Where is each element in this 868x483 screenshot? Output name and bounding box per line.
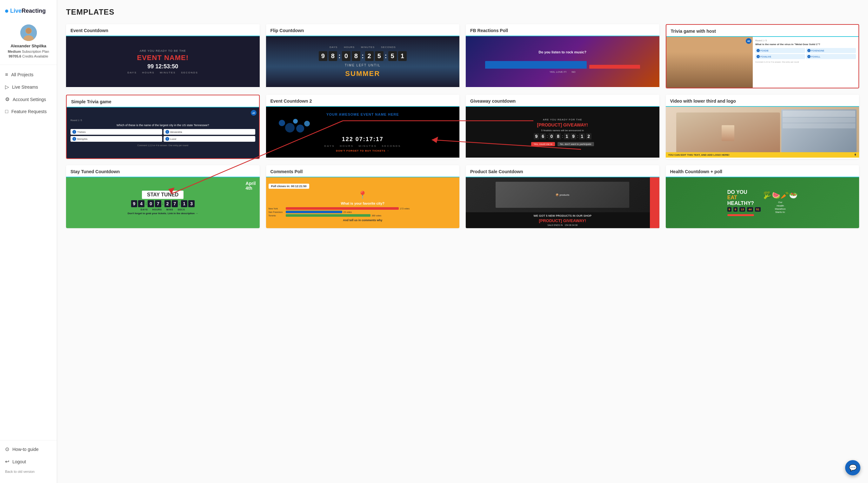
card-preview: Poll closes in: 00:12:21:50 📍 What is yo… — [266, 177, 460, 228]
template-card-simple-trivia-game[interactable]: Simple Trivia game Round 1 / 5 40 ▶L Whi… — [66, 95, 260, 159]
card-title: Trivia game with host — [666, 25, 859, 37]
logo-dot — [5, 9, 8, 13]
sidebar-item-live-streams[interactable]: ▷ Live Streams — [0, 81, 57, 93]
logo[interactable]: LiveReacting — [0, 5, 57, 21]
comment-icon: □ — [5, 109, 8, 114]
card-title: Event Countdown 2 — [266, 95, 460, 107]
card-title: Video with lower third and logo — [666, 95, 860, 107]
card-title: Health Countdown + poll — [666, 165, 860, 177]
card-preview: YOU CAN EDIT THIS TEXT, AND ADD LOGO HER… — [666, 107, 860, 158]
card-title: FB Reactions Poll — [466, 24, 659, 36]
card-title: Event Countdown — [66, 24, 260, 36]
question-icon: ⊙ — [5, 446, 9, 452]
card-preview: April4th STAY TUNED 94 : 07 : 27 : 13 DA… — [66, 177, 260, 228]
avatar — [20, 25, 37, 41]
template-card-event-countdown-2[interactable]: Event Countdown 2 YOUR AWESOME EVENT NAM… — [266, 95, 460, 159]
card-preview: YOUR AWESOME EVENT NAME HERE 122 07:17:1… — [266, 107, 460, 158]
card-title: Simple Trivia game — [67, 95, 259, 107]
logo-text: LiveReacting — [10, 8, 46, 14]
card-preview: 40 Round 1 / 5 What is the name of the v… — [666, 37, 859, 88]
card-preview: DAYSHOURSMINUTESSECONDS 98 : 08 : 25 : 5… — [266, 36, 460, 87]
card-title: Giveaway countdown — [466, 95, 659, 107]
sidebar-item-logout[interactable]: ↩ Logout — [0, 455, 57, 468]
template-card-giveaway-countdown[interactable]: Giveaway countdown ARE YOU READY FOR THE… — [466, 95, 659, 159]
chat-button[interactable]: 💬 — [845, 460, 860, 475]
card-preview: Do you listen to rock music? YES, LOVE I… — [466, 36, 659, 87]
template-card-fb-reactions-poll[interactable]: FB Reactions Poll Do you listen to rock … — [466, 24, 659, 88]
credits: 99705.6 Credits Available — [8, 54, 48, 58]
template-card-comments-poll[interactable]: Comments Poll Poll closes in: 00:12:21:5… — [266, 165, 460, 228]
main-content: TEMPLATES Event Countdown ARE YOU READY … — [57, 0, 868, 483]
card-preview: 📦 products WE GOT 5 NEW PRODUCTS IN OUR … — [466, 177, 659, 228]
card-title: Stay Tuned Countdown — [66, 165, 260, 177]
template-card-event-countdown[interactable]: Event Countdown ARE YOU READY TO BE THE … — [66, 24, 260, 88]
templates-grid: Event Countdown ARE YOU READY TO BE THE … — [66, 24, 859, 228]
svg-point-3 — [26, 28, 31, 34]
sidebar-item-all-projects[interactable]: ≡ All Projects — [0, 68, 57, 81]
template-card-health-countdown-poll[interactable]: Health Countdown + poll DO YOUEATHEALTHY… — [666, 165, 860, 228]
template-card-video-lower-third[interactable]: Video with lower third and logo — [666, 95, 860, 159]
template-card-product-sale-countdown[interactable]: Product Sale Countdown 📦 products WE GOT… — [466, 165, 659, 228]
chat-icon: 💬 — [849, 464, 857, 472]
card-title: Comments Poll — [266, 165, 460, 177]
bottom-nav: ⊙ How-to guide ↩ Logout Back to old vers… — [0, 440, 57, 478]
card-preview: DO YOUEATHEALTHY? 9: 8: 13: 44: 51 🥦🍉🥕🥗 … — [666, 177, 860, 228]
user-name: Alexander Shpilka — [10, 44, 46, 48]
back-old-version[interactable]: Back to old version — [0, 468, 57, 475]
card-preview: Round 1 / 5 40 ▶L Which of these is the … — [67, 107, 259, 158]
card-preview: ARE YOU READY TO BE THE EVENT NAME! 99 1… — [66, 36, 260, 87]
nav-section: ≡ All Projects ▷ Live Streams ⚙ Account … — [0, 65, 57, 440]
sidebar: LiveReacting Alexander Shpilka Medium Su… — [0, 0, 57, 483]
menu-icon: ≡ — [5, 72, 8, 78]
page-title: TEMPLATES — [66, 8, 859, 17]
gear-icon: ⚙ — [5, 96, 9, 102]
card-title: Product Sale Countdown — [466, 165, 659, 177]
user-section: Alexander Shpilka Medium Subscription Pl… — [0, 21, 57, 65]
logout-icon: ↩ — [5, 458, 9, 464]
template-card-trivia-game-host[interactable]: Trivia game with host 40 Round 1 / 5 Wha… — [666, 24, 860, 88]
play-icon: ▷ — [5, 84, 9, 90]
sidebar-item-how-to-guide[interactable]: ⊙ How-to guide — [0, 443, 57, 455]
sidebar-item-feature-requests[interactable]: □ Feature Requests — [0, 106, 57, 118]
subscription-plan: Medium Subscription Plan — [8, 50, 49, 53]
card-preview: ARE YOU READY FOR THE [PRODUCT] GIVEAWAY… — [466, 107, 659, 158]
card-title: Flip Countdown — [266, 24, 460, 36]
template-card-flip-countdown[interactable]: Flip Countdown DAYSHOURSMINUTESSECONDS 9… — [266, 24, 460, 88]
sidebar-item-account-settings[interactable]: ⚙ Account Settings — [0, 93, 57, 106]
template-card-stay-tuned-countdown[interactable]: Stay Tuned Countdown April4th STAY TUNED… — [66, 165, 260, 228]
